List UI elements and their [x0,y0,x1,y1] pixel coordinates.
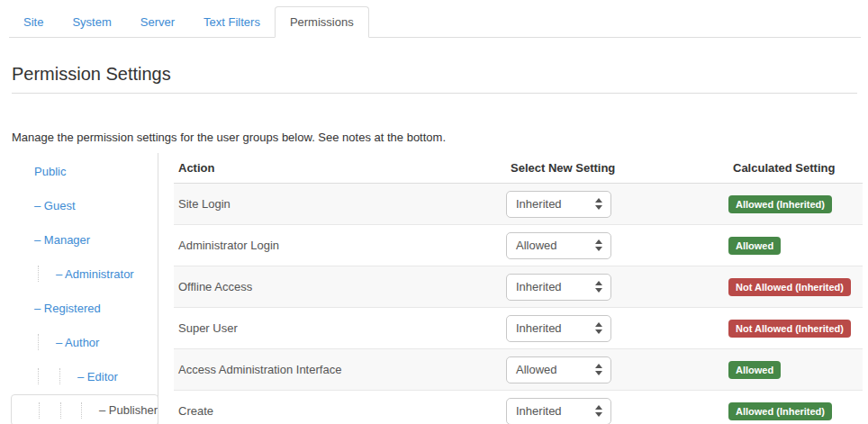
group-tree-item-label: – Administrator [56,267,134,281]
setting-select-cell: Allowed [506,356,728,383]
group-tree-item-manager[interactable]: – Manager [11,222,158,257]
action-label: Site Login [174,197,506,211]
setting-select-value: Inherited [516,280,562,293]
group-tree-item-label: – Registered [34,302,101,315]
group-tree-item-label: – Author [56,336,99,349]
tree-indent-guide [38,266,56,282]
tree-indent-guide [39,402,57,419]
setting-select-cell: Inherited [506,398,728,424]
calculated-setting-badge: Not Allowed (Inherited) [728,278,851,296]
setting-select[interactable]: Inherited [506,191,611,218]
setting-select-value: Inherited [516,197,562,211]
tab-text-filters[interactable]: Text Filters [189,7,275,37]
setting-select-cell: Inherited [506,191,728,218]
calculated-setting-badge: Allowed (Inherited) [728,402,832,420]
tree-indent-guide [59,368,77,384]
calculated-setting-cell: Allowed [728,361,863,379]
calculated-setting-cell: Allowed (Inherited) [728,402,863,420]
action-label: Super User [174,321,506,335]
permissions-main: Public– Guest– Manager– Administrator– R… [11,153,863,424]
setting-select[interactable]: Allowed [506,356,611,383]
select-stepper-icon [595,364,602,375]
user-group-tree: Public– Guest– Manager– Administrator– R… [11,153,158,424]
group-tree-item-editor[interactable]: – Editor [11,359,158,393]
setting-select-value: Inherited [516,321,562,335]
group-tree-item-author[interactable]: – Author [11,325,158,359]
config-tabbar: SiteSystemServerText FiltersPermissions [9,6,861,38]
table-row: Offline AccessInheritedNot Allowed (Inhe… [174,266,863,308]
setting-select-cell: Inherited [506,315,728,342]
group-tree-item-publisher[interactable]: – Publisher [11,394,158,424]
tab-permissions[interactable]: Permissions [275,6,369,38]
table-row: Site LoginInheritedAllowed (Inherited) [174,184,863,225]
calculated-setting-badge: Allowed [728,237,781,255]
tab-site[interactable]: Site [9,7,58,37]
select-stepper-icon [595,198,602,210]
select-stepper-icon [595,239,602,251]
tree-indent-guide [60,402,78,419]
calculated-setting-cell: Allowed (Inherited) [728,195,863,213]
tree-indent-guide [81,402,99,419]
column-header-action: Action [174,161,506,175]
calculated-setting-cell: Allowed [728,237,863,255]
setting-select-value: Allowed [516,239,557,252]
calculated-setting-badge: Not Allowed (Inherited) [728,320,851,338]
page-description: Manage the permission settings for the u… [12,131,857,144]
column-header-select-new-setting: Select New Setting [506,161,728,175]
column-header-calculated-setting: Calculated Setting [728,161,863,175]
setting-select[interactable]: Inherited [506,274,611,301]
group-tree-item-guest[interactable]: – Guest [11,188,158,222]
calculated-setting-cell: Not Allowed (Inherited) [728,320,863,338]
setting-select-cell: Allowed [506,232,728,259]
action-label: Administrator Login [174,239,506,252]
permissions-table: Action Select New Setting Calculated Set… [174,153,863,424]
setting-select[interactable]: Allowed [506,232,611,259]
select-stepper-icon [595,405,602,417]
tab-system[interactable]: System [58,7,125,37]
tab-server[interactable]: Server [126,7,189,37]
setting-select-value: Allowed [516,363,557,376]
setting-select[interactable]: Inherited [506,398,611,424]
tree-indent-guide [38,368,56,384]
group-tree-item-label: – Guest [34,199,76,212]
table-row: Super UserInheritedNot Allowed (Inherite… [174,308,863,349]
group-tree-item-label: – Manager [34,233,90,247]
permissions-table-body: Site LoginInheritedAllowed (Inherited)Ad… [174,184,863,424]
table-row: CreateInheritedAllowed (Inherited) [174,391,863,424]
calculated-setting-badge: Allowed [728,361,781,379]
table-row: Access Administration InterfaceAllowedAl… [174,349,863,391]
setting-select[interactable]: Inherited [506,315,611,342]
group-tree-item-label: – Editor [77,370,118,383]
group-tree-item-label: – Publisher [99,403,158,417]
select-stepper-icon [595,281,602,293]
setting-select-value: Inherited [516,404,562,418]
page-title: Permission Settings [12,64,857,94]
group-tree-item-registered[interactable]: – Registered [11,291,158,325]
action-label: Offline Access [174,280,506,293]
tree-indent-guide [38,334,56,350]
calculated-setting-badge: Allowed (Inherited) [728,195,832,213]
action-label: Access Administration Interface [174,363,506,376]
select-stepper-icon [595,322,602,334]
group-tree-item-label: Public [34,165,66,178]
setting-select-cell: Inherited [506,274,728,301]
action-label: Create [174,404,506,418]
group-tree-item-public[interactable]: Public [11,154,158,188]
permissions-table-header: Action Select New Setting Calculated Set… [174,153,863,184]
calculated-setting-cell: Not Allowed (Inherited) [728,278,863,296]
table-row: Administrator LoginAllowedAllowed [174,225,863,266]
group-tree-item-administrator[interactable]: – Administrator [11,257,158,291]
